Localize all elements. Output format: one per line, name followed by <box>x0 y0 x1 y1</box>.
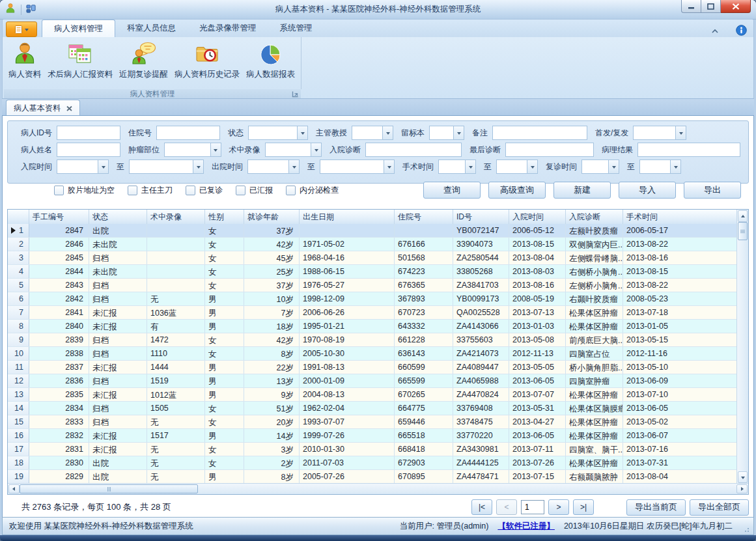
admission-date-to-combo[interactable] <box>129 160 204 174</box>
page-number-input[interactable] <box>521 500 544 514</box>
tab-patient-basic-info[interactable]: 病人基本资料 <box>6 100 80 116</box>
followup-date-to-combo[interactable] <box>639 160 681 174</box>
horizontal-scrollbar-thumb[interactable] <box>20 484 198 493</box>
discharge-date-from-dropdown-button[interactable] <box>288 160 299 173</box>
followup-date-to-dropdown-button[interactable] <box>670 160 680 173</box>
status-combo[interactable] <box>248 126 308 140</box>
table-row[interactable]: 42844未出院女25岁1988-06-15674223338052682013… <box>8 265 737 279</box>
endocrine-exam-checkbox-box[interactable] <box>286 186 296 195</box>
table-row[interactable]: 152833归档无女20岁1993-07-0765944633748475201… <box>8 415 737 429</box>
reported-checkbox-box[interactable] <box>236 186 245 195</box>
chief-professor-combo[interactable] <box>352 126 393 140</box>
pathology-result-input[interactable] <box>637 143 740 157</box>
application-menu-button[interactable] <box>6 21 37 37</box>
horizontal-scrollbar[interactable] <box>8 483 748 494</box>
column-header-admission-diagnosis[interactable]: 入院诊断 <box>566 210 623 224</box>
advanced-query-button[interactable]: 高级查询 <box>488 182 546 199</box>
software-registered-link[interactable]: 【软件已注册】 <box>497 521 555 532</box>
vertical-scrollbar-thumb[interactable] <box>738 222 748 240</box>
followup-date-from-combo[interactable] <box>581 160 619 174</box>
film-address-empty-checkbox-box[interactable] <box>54 186 64 195</box>
discharge-date-to-combo[interactable] <box>320 160 395 174</box>
scroll-right-button[interactable] <box>736 484 748 493</box>
table-row[interactable]: 132835未汇报1012蓝男9岁2004-08-13670265ZA44708… <box>8 388 737 402</box>
query-button[interactable]: 查询 <box>423 182 481 199</box>
checkbox-film-address-empty[interactable]: 胶片地址为空 <box>54 185 115 196</box>
pager-first-button[interactable]: |< <box>471 499 492 515</box>
discharge-date-to-dropdown-button[interactable] <box>384 160 394 173</box>
column-header-manual-no[interactable]: 手工编号 <box>29 210 89 224</box>
specimen-kept-dropdown-button[interactable] <box>453 126 464 139</box>
collapse-ribbon-chevron-icon[interactable] <box>711 27 719 36</box>
column-header-status[interactable]: 状态 <box>89 210 147 224</box>
surgery-date-from-combo[interactable] <box>438 160 476 174</box>
close-button[interactable] <box>721 0 751 13</box>
patient-id-input[interactable] <box>57 126 120 140</box>
status-dropdown-button[interactable] <box>297 126 307 139</box>
ribbon-button-patient-history-record[interactable]: 病人资料历史记录 <box>171 39 243 82</box>
checkbox-director-surgeon[interactable]: 主任主刀 <box>128 185 173 196</box>
tumor-site-dropdown-button[interactable] <box>210 143 221 156</box>
table-row[interactable]: 122836归档1519男13岁2000-01-09665599ZA406598… <box>8 374 737 388</box>
maximize-button[interactable] <box>701 0 721 13</box>
first-or-recurrence-combo[interactable] <box>633 126 686 140</box>
ribbon-button-postop-report-data[interactable]: 术后病人汇报资料 <box>44 39 116 82</box>
table-row[interactable]: 22846未出院女42岁1971-05-02676166339040732013… <box>8 238 737 251</box>
info-icon[interactable] <box>736 25 747 38</box>
scroll-down-button[interactable] <box>738 471 748 483</box>
column-header-admission-no[interactable]: 住院号 <box>395 210 453 224</box>
table-row[interactable]: 142834归档1505女51岁1962-02-0466477533769408… <box>8 402 737 415</box>
surgery-date-to-combo[interactable] <box>496 160 538 174</box>
tumor-site-combo[interactable] <box>164 143 221 157</box>
import-button[interactable]: 导入 <box>619 182 676 199</box>
ribbon-button-patient-data[interactable]: 病人资料 <box>5 39 44 82</box>
chief-professor-dropdown-button[interactable] <box>382 126 393 139</box>
dialog-launcher-icon[interactable] <box>292 90 299 98</box>
scroll-left-button[interactable] <box>8 484 20 493</box>
table-row[interactable]: 172831未汇报无女3岁2010-01-30668418ZA343098120… <box>8 443 737 456</box>
export-all-pages-button[interactable]: 导出全部页 <box>690 499 749 516</box>
pager-last-button[interactable]: >| <box>573 499 594 515</box>
column-header-intraop-video[interactable]: 术中录像 <box>147 210 205 224</box>
column-header-birth-date[interactable]: 出生日期 <box>300 210 395 224</box>
intraop-video-dropdown-button[interactable] <box>311 143 321 156</box>
table-row[interactable]: 32845归档女45岁1968-04-16501568ZA25805442013… <box>8 251 737 265</box>
checkbox-reported[interactable]: 已汇报 <box>236 185 273 196</box>
admission-date-from-combo[interactable] <box>57 160 109 174</box>
discharge-date-from-combo[interactable] <box>247 160 300 174</box>
table-row[interactable]: 12847出院女37岁YB00721472006-05-12左额叶胶质瘤2006… <box>8 224 737 238</box>
column-header-surgery-date[interactable]: 手术时间 <box>623 210 737 224</box>
followed-up-checkbox-box[interactable] <box>186 186 195 195</box>
column-header-id-no[interactable]: ID号 <box>453 210 509 224</box>
table-row[interactable]: 92839归档1472女42岁1970-08-19661228337556032… <box>8 333 737 347</box>
table-row[interactable]: 182830出院无女2岁2011-07-03672903ZA4444125201… <box>8 456 737 470</box>
admission-date-to-dropdown-button[interactable] <box>193 160 203 173</box>
ribbon-tab-system-management[interactable]: 系统管理 <box>268 20 324 37</box>
first-or-recurrence-dropdown-button[interactable] <box>675 126 686 139</box>
patient-name-input[interactable] <box>57 143 120 157</box>
remark-input[interactable] <box>492 126 587 140</box>
app-logo-person-icon[interactable] <box>5 3 16 16</box>
admission-diagnosis-input[interactable] <box>365 143 462 157</box>
table-row[interactable]: 72841未汇报1036蓝男7岁2006-06-26670723QA002552… <box>8 306 737 320</box>
export-button[interactable]: 导出 <box>684 182 741 199</box>
pager-prev-button[interactable]: < <box>496 499 517 515</box>
new-button[interactable]: 新建 <box>553 182 611 199</box>
admission-no-input[interactable] <box>156 126 220 140</box>
column-header-admission-date[interactable]: 入院时间 <box>509 210 566 224</box>
table-row[interactable]: 112837未汇报1444男22岁1991-08-13660599ZA40894… <box>8 361 737 374</box>
table-row[interactable]: 192829出院无男8岁2005-07-26670895ZA4478471201… <box>8 470 737 484</box>
final-diagnosis-input[interactable] <box>505 143 594 157</box>
column-header-visit-age[interactable]: 就诊年龄 <box>244 210 300 224</box>
table-row[interactable]: 62842归档无男10岁1998-12-09367893YB0099173200… <box>8 292 737 306</box>
ribbon-button-patient-data-report[interactable]: 病人数据报表 <box>243 39 298 82</box>
checkbox-followed-up[interactable]: 已复诊 <box>186 185 223 196</box>
window-layout-icon[interactable] <box>26 4 36 16</box>
vertical-scrollbar[interactable] <box>736 210 748 484</box>
column-header-gender[interactable]: 性别 <box>205 210 244 224</box>
scroll-up-button[interactable] <box>738 210 748 222</box>
minimize-button[interactable] <box>681 0 701 13</box>
checkbox-endocrine-exam[interactable]: 内分泌检查 <box>286 185 339 196</box>
followup-date-from-dropdown-button[interactable] <box>608 160 619 173</box>
pager-next-button[interactable]: > <box>548 499 569 515</box>
